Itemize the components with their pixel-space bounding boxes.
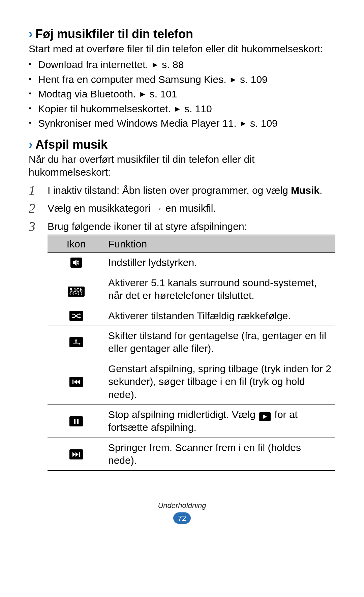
svg-marker-11 [263, 415, 267, 419]
play-icon [259, 412, 271, 421]
step-list: I inaktiv tilstand: Åbn listen over prog… [29, 184, 335, 471]
svg-rect-6 [72, 380, 73, 384]
repeat-icon: A [69, 337, 83, 347]
step-text: Vælg en musikkategori [48, 203, 153, 214]
bullet-text: Download fra internettet. [38, 59, 148, 70]
icon-sublabel: ❨❨●❩❩ [69, 292, 83, 295]
table-row: Stop afspilning midlertidigt. Vælg for a… [48, 405, 335, 438]
skip-forward-icon [69, 449, 83, 459]
ref-arrow-icon: ► [174, 104, 182, 113]
step-item: I inaktiv tilstand: Åbn listen over prog… [29, 184, 335, 197]
skip-back-icon [69, 377, 83, 387]
ref-arrow-icon: ► [139, 89, 147, 98]
svg-text:A: A [75, 339, 77, 342]
svg-marker-1 [80, 317, 81, 319]
svg-rect-10 [77, 419, 79, 424]
svg-marker-12 [72, 452, 75, 457]
ref-arrow-icon: ► [151, 60, 159, 69]
step-text: Brug følgende ikoner til at styre afspil… [48, 221, 247, 232]
icon-cell: 5.1Ch ❨❨●❩❩ [48, 273, 105, 306]
app-name: Musik [291, 185, 320, 196]
bullet-text: Hent fra en computer med Samsung Kies. [38, 74, 226, 85]
transfer-methods-list: Download fra internettet. ► s. 88 Hent f… [29, 57, 335, 131]
step-text: en musikfil. [162, 203, 216, 214]
icon-description: Genstart afspilning, spring tilbage (try… [105, 359, 335, 405]
page-ref: s. 101 [150, 88, 177, 99]
icon-cell [48, 438, 105, 471]
step-item: Vælg en musikkategori → en musikfil. [29, 202, 335, 215]
svg-rect-9 [74, 419, 75, 424]
section-heading-play-music: › Afspil musik [29, 138, 335, 152]
page-ref: s. 109 [250, 118, 278, 129]
table-header-row: Ikon Funktion [48, 235, 335, 253]
icon-description: Springer frem. Scanner frem i en fil (ho… [105, 438, 335, 471]
list-item: Kopier til hukommelseskortet. ► s. 110 [29, 101, 335, 116]
ref-arrow-icon: ► [239, 119, 247, 128]
svg-marker-13 [75, 452, 79, 457]
col-header-function: Funktion [105, 235, 335, 253]
section2-intro: Når du har overført musikfiler til din t… [29, 153, 335, 179]
icon-label: 5.1Ch [70, 288, 83, 292]
list-item: Modtag via Bluetooth. ► s. 101 [29, 87, 335, 101]
shuffle-icon [69, 311, 83, 321]
section-heading-add-music: › Føj musikfiler til din telefon [29, 27, 335, 41]
chevron-icon: › [29, 27, 33, 41]
table-row: Aktiverer tilstanden Tilfældig rækkefølg… [48, 306, 335, 326]
list-item: Download fra internettet. ► s. 88 [29, 57, 335, 72]
pause-icon [69, 416, 83, 426]
ref-arrow-icon: ► [229, 75, 237, 84]
heading-text: Føj musikfiler til din telefon [35, 27, 193, 41]
surround-51-icon: 5.1Ch ❨❨●❩❩ [68, 287, 85, 297]
table-row: 5.1Ch ❨❨●❩❩ Aktiverer 5.1 kanals surroun… [48, 273, 335, 306]
page-ref: s. 88 [162, 59, 184, 70]
chevron-icon: › [29, 138, 33, 152]
step-text: I inaktiv tilstand: Åbn listen over prog… [48, 185, 291, 196]
list-item: Hent fra en computer med Samsung Kies. ►… [29, 72, 335, 87]
bullet-text: Modtag via Bluetooth. [38, 88, 136, 99]
desc-text: Stop afspilning midlertidigt. Vælg [108, 409, 258, 420]
col-header-icon: Ikon [48, 235, 105, 253]
table-row: Springer frem. Scanner frem i en fil (ho… [48, 438, 335, 471]
svg-marker-5 [79, 343, 81, 345]
manual-page: › Føj musikfiler til din telefon Start m… [0, 0, 364, 539]
page-number-badge: 72 [173, 512, 191, 524]
svg-marker-8 [77, 380, 80, 384]
footer-section-label: Underholdning [29, 501, 335, 510]
volume-icon [70, 258, 82, 268]
icon-description: Aktiverer tilstanden Tilfældig rækkefølg… [105, 306, 335, 326]
page-ref: s. 110 [184, 103, 212, 114]
list-item: Synkroniser med Windows Media Player 11.… [29, 116, 335, 131]
icon-cell: A [48, 326, 105, 359]
table-row: A Skifter tilstand for gentagelse (fra, … [48, 326, 335, 359]
page-ref: s. 109 [240, 74, 268, 85]
arrow-right-icon: → [153, 203, 162, 214]
playback-icons-table: Ikon Funktion Indstiller lydstyrken. [48, 235, 335, 471]
table-row: Indstiller lydstyrken. [48, 253, 335, 273]
section1-intro: Start med at overføre filer til din tele… [29, 42, 335, 55]
heading-text: Afspil musik [35, 138, 108, 152]
icon-description: Indstiller lydstyrken. [105, 253, 335, 273]
icon-cell [48, 306, 105, 326]
svg-marker-7 [74, 380, 77, 384]
table-row: Genstart afspilning, spring tilbage (try… [48, 359, 335, 405]
icon-cell [48, 405, 105, 438]
icon-description: Skifter tilstand for gentagelse (fra, ge… [105, 326, 335, 359]
svg-marker-2 [80, 313, 81, 315]
svg-marker-0 [73, 260, 77, 266]
page-footer: Underholdning 72 [29, 501, 335, 526]
step-item: Brug følgende ikoner til at styre afspil… [29, 220, 335, 471]
bullet-text: Synkroniser med Windows Media Player 11. [38, 118, 237, 129]
svg-rect-14 [79, 452, 80, 457]
icon-description: Stop afspilning midlertidigt. Vælg for a… [105, 405, 335, 438]
icon-cell [48, 253, 105, 273]
icon-description: Aktiverer 5.1 kanals surround sound-syst… [105, 273, 335, 306]
bullet-text: Kopier til hukommelseskortet. [38, 103, 171, 114]
icon-cell [48, 359, 105, 405]
page-number: 72 [173, 514, 191, 523]
step-text: . [320, 185, 322, 196]
